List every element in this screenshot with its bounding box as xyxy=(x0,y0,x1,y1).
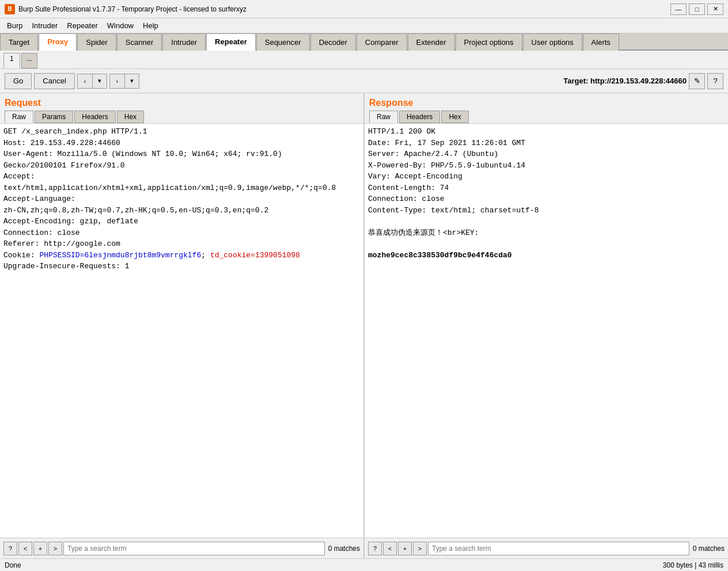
request-content[interactable]: GET /x_search_index.php HTTP/1.1 Host: 2… xyxy=(0,124,363,538)
request-search-prev-btn[interactable]: < xyxy=(18,542,32,555)
response-search-add-btn[interactable]: + xyxy=(398,542,412,555)
response-match-count: 0 matches xyxy=(693,545,725,553)
request-search-bar: ? < + > 0 matches xyxy=(0,538,363,558)
request-search-help-btn[interactable]: ? xyxy=(3,542,17,555)
response-tab-bar: Raw Headers Hex xyxy=(365,111,728,124)
menu-intruder[interactable]: Intruder xyxy=(27,20,62,31)
sub-tab-more[interactable]: ... xyxy=(21,53,37,68)
window-controls: — □ ✕ xyxy=(670,3,723,15)
nav-forward-group: › ▾ xyxy=(109,74,139,89)
nav-forward-dropdown-button[interactable]: ▾ xyxy=(124,74,139,89)
tab-proxy[interactable]: Proxy xyxy=(39,33,77,51)
nav-back-dropdown-button[interactable]: ▾ xyxy=(92,74,107,89)
title-bar: B Burp Suite Professional v1.7.37 - Temp… xyxy=(0,0,728,18)
request-tab-hex[interactable]: Hex xyxy=(117,111,144,123)
tab-user-options[interactable]: User options xyxy=(523,33,582,51)
request-search-input[interactable] xyxy=(63,542,325,555)
response-search-help-btn[interactable]: ? xyxy=(368,542,382,555)
tab-extender[interactable]: Extender xyxy=(408,33,455,51)
request-search-next-btn[interactable]: > xyxy=(48,542,62,555)
request-search-add-btn[interactable]: + xyxy=(33,542,47,555)
minimize-button[interactable]: — xyxy=(670,3,687,15)
app-icon: B xyxy=(5,4,15,14)
sub-tab-bar: 1 ... xyxy=(0,51,728,69)
title-text: Burp Suite Professional v1.7.37 - Tempor… xyxy=(18,5,670,13)
request-title: Request xyxy=(0,93,363,111)
tab-comparer[interactable]: Comparer xyxy=(357,33,407,51)
response-search-input[interactable] xyxy=(428,542,689,555)
request-tab-raw[interactable]: Raw xyxy=(5,111,33,123)
req-resp-section: Request Raw Params Headers Hex GET /x_se… xyxy=(0,93,728,558)
response-tab-headers[interactable]: Headers xyxy=(399,111,440,123)
edit-target-button[interactable]: ✎ xyxy=(689,73,705,89)
response-tab-raw[interactable]: Raw xyxy=(369,111,398,123)
tab-intruder[interactable]: Intruder xyxy=(162,33,206,51)
request-match-count: 0 matches xyxy=(328,545,360,553)
tab-spider[interactable]: Spider xyxy=(77,33,116,51)
request-tab-headers[interactable]: Headers xyxy=(74,111,115,123)
close-button[interactable]: ✕ xyxy=(707,3,723,15)
nav-back-button[interactable]: ‹ xyxy=(77,74,92,89)
response-tab-hex[interactable]: Hex xyxy=(441,111,468,123)
cancel-button[interactable]: Cancel xyxy=(34,73,74,89)
toolbar: Go Cancel ‹ ▾ › ▾ Target: http://219.153… xyxy=(0,69,728,93)
tab-alerts[interactable]: Alerts xyxy=(583,33,619,51)
target-label: Target: http://219.153.49.228:44660 xyxy=(563,77,687,85)
status-bar: Done 300 bytes | 43 millis xyxy=(0,558,728,571)
go-button[interactable]: Go xyxy=(5,73,32,89)
menu-bar: Burp Intruder Repeater Window Help xyxy=(0,18,728,33)
cookie-line: Cookie: PHPSESSID=6lesjnmdu8rjbt8m9vmrrg… xyxy=(3,251,300,260)
menu-window[interactable]: Window xyxy=(103,20,138,31)
request-tab-params[interactable]: Params xyxy=(35,111,73,123)
response-search-next-btn[interactable]: > xyxy=(413,542,427,555)
main-tab-bar: Target Proxy Spider Scanner Intruder Rep… xyxy=(0,33,728,51)
tab-scanner[interactable]: Scanner xyxy=(117,33,162,51)
response-title: Response xyxy=(365,93,728,111)
response-search-prev-btn[interactable]: < xyxy=(383,542,397,555)
menu-burp[interactable]: Burp xyxy=(2,20,27,31)
tab-repeater[interactable]: Repeater xyxy=(206,33,256,51)
response-search-bar: ? < + > 0 matches xyxy=(365,538,728,558)
maximize-button[interactable]: □ xyxy=(689,3,705,15)
tab-decoder[interactable]: Decoder xyxy=(310,33,356,51)
menu-help[interactable]: Help xyxy=(138,20,163,31)
main-content: Request Raw Params Headers Hex GET /x_se… xyxy=(0,93,728,558)
tab-project-options[interactable]: Project options xyxy=(456,33,522,51)
status-left: Done xyxy=(5,561,21,569)
request-panel: Request Raw Params Headers Hex GET /x_se… xyxy=(0,93,365,558)
help-button[interactable]: ? xyxy=(707,73,723,89)
nav-back-group: ‹ ▾ xyxy=(77,74,107,89)
tab-target[interactable]: Target xyxy=(0,33,38,51)
nav-forward-button[interactable]: › xyxy=(109,74,124,89)
request-tab-bar: Raw Params Headers Hex xyxy=(0,111,363,124)
response-content[interactable]: HTTP/1.1 200 OK Date: Fri, 17 Sep 2021 1… xyxy=(365,124,728,538)
menu-repeater[interactable]: Repeater xyxy=(62,20,102,31)
status-right: 300 bytes | 43 millis xyxy=(663,561,723,569)
tab-sequencer[interactable]: Sequencer xyxy=(256,33,310,51)
sub-tab-1[interactable]: 1 xyxy=(3,53,20,68)
response-panel: Response Raw Headers Hex HTTP/1.1 200 OK… xyxy=(365,93,728,558)
